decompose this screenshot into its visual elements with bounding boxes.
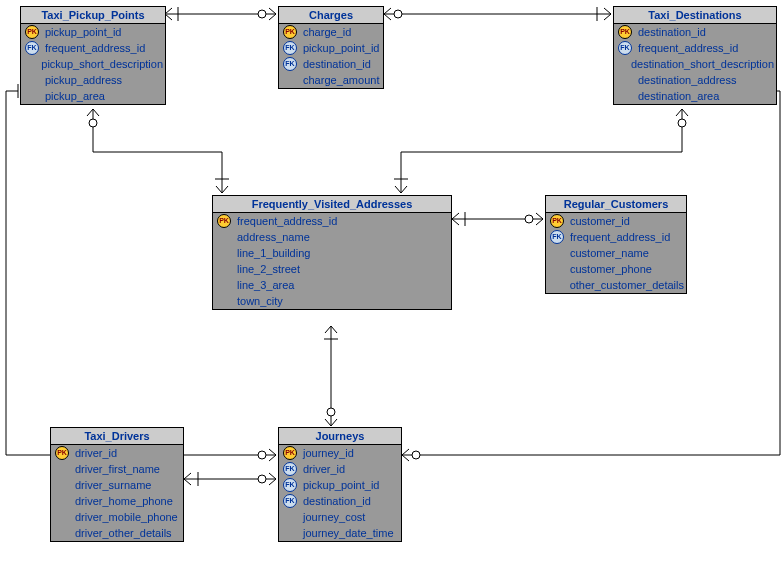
entity-charges: Charges PKcharge_idFKpickup_point_idFKde…: [278, 6, 384, 89]
column-name: customer_name: [566, 247, 649, 259]
column-name: driver_mobile_phone: [71, 511, 178, 523]
pk-icon: PK: [53, 446, 71, 460]
fk-icon: FK: [548, 230, 566, 244]
entity-body: PKdriver_iddriver_first_namedriver_surna…: [51, 445, 183, 541]
column-name: destination_id: [634, 26, 706, 38]
column-name: pickup_point_id: [299, 479, 379, 491]
entity-body: PKpickup_point_idFKfrequent_address_idpi…: [21, 24, 165, 104]
fk-icon: FK: [281, 478, 299, 492]
entity-taxi-drivers: Taxi_Drivers PKdriver_iddriver_first_nam…: [50, 427, 184, 542]
column-row: FKfrequent_address_id: [546, 229, 686, 245]
svg-line-16: [93, 109, 99, 116]
column-row: pickup_short_description: [21, 56, 165, 72]
entity-title: Regular_Customers: [546, 196, 686, 213]
svg-line-21: [222, 186, 228, 193]
svg-line-35: [452, 219, 459, 225]
fk-icon: FK: [23, 41, 41, 55]
column-name: driver_home_phone: [71, 495, 173, 507]
column-row: driver_mobile_phone: [51, 509, 183, 525]
column-row: customer_phone: [546, 261, 686, 277]
svg-line-24: [676, 109, 682, 116]
entity-body: PKcharge_idFKpickup_point_idFKdestinatio…: [279, 24, 383, 88]
column-row: town_city: [213, 293, 451, 309]
fk-icon: FK: [281, 57, 299, 71]
svg-point-26: [678, 119, 686, 127]
column-name: driver_id: [299, 463, 345, 475]
fk-icon: FK: [281, 462, 299, 476]
column-name: destination_address: [634, 74, 736, 86]
svg-line-43: [269, 449, 276, 455]
column-name: town_city: [233, 295, 283, 307]
svg-line-2: [165, 14, 172, 20]
column-row: journey_date_time: [279, 525, 401, 541]
entity-title: Taxi_Drivers: [51, 428, 183, 445]
svg-line-44: [269, 455, 276, 461]
column-name: destination_area: [634, 90, 719, 102]
column-row: line_1_building: [213, 245, 451, 261]
column-name: charge_amount: [299, 74, 379, 86]
pk-icon: PK: [281, 25, 299, 39]
column-name: driver_other_details: [71, 527, 172, 539]
entity-frequently-visited: Frequently_Visited_Addresses PKfrequent_…: [212, 195, 452, 310]
column-row: PKdestination_id: [614, 24, 776, 40]
column-row: FKfrequent_address_id: [614, 40, 776, 56]
entity-body: PKfrequent_address_idaddress_nameline_1_…: [213, 213, 451, 309]
column-name: address_name: [233, 231, 310, 243]
entity-body: PKjourney_idFKdriver_idFKpickup_point_id…: [279, 445, 401, 541]
column-row: other_customer_details: [546, 277, 686, 293]
column-name: journey_date_time: [299, 527, 394, 539]
svg-line-55: [325, 326, 331, 333]
pk-icon: PK: [548, 214, 566, 228]
svg-line-11: [604, 8, 611, 14]
svg-line-56: [331, 326, 337, 333]
column-name: frequent_address_id: [566, 231, 670, 243]
column-name: frequent_address_id: [634, 42, 738, 54]
fk-icon: FK: [281, 494, 299, 508]
entity-title: Charges: [279, 7, 383, 24]
svg-line-8: [384, 8, 391, 14]
column-row: PKdriver_id: [51, 445, 183, 461]
svg-line-64: [269, 473, 276, 479]
column-row: journey_cost: [279, 509, 401, 525]
svg-point-52: [412, 451, 420, 459]
column-row: driver_home_phone: [51, 493, 183, 509]
column-name: charge_id: [299, 26, 351, 38]
entity-title: Journeys: [279, 428, 401, 445]
column-row: charge_amount: [279, 72, 383, 88]
column-name: driver_first_name: [71, 463, 160, 475]
column-name: pickup_address: [41, 74, 122, 86]
column-row: PKcharge_id: [279, 24, 383, 40]
entity-journeys: Journeys PKjourney_idFKdriver_idFKpickup…: [278, 427, 402, 542]
svg-point-6: [258, 10, 266, 18]
pk-icon: PK: [215, 214, 233, 228]
svg-line-12: [604, 14, 611, 20]
column-row: driver_surname: [51, 477, 183, 493]
column-row: line_3_area: [213, 277, 451, 293]
column-row: driver_other_details: [51, 525, 183, 541]
column-row: destination_address: [614, 72, 776, 88]
column-row: PKjourney_id: [279, 445, 401, 461]
svg-point-38: [525, 215, 533, 223]
entity-body: PKdestination_idFKfrequent_address_iddes…: [614, 24, 776, 104]
column-row: FKpickup_point_id: [279, 477, 401, 493]
column-row: address_name: [213, 229, 451, 245]
column-name: journey_id: [299, 447, 354, 459]
column-row: PKfrequent_address_id: [213, 213, 451, 229]
svg-line-20: [216, 186, 222, 193]
column-row: FKpickup_point_id: [279, 40, 383, 56]
svg-line-58: [331, 419, 337, 426]
svg-line-34: [452, 213, 459, 219]
svg-line-36: [536, 213, 543, 219]
column-name: driver_id: [71, 447, 117, 459]
column-name: line_2_street: [233, 263, 300, 275]
pk-icon: PK: [281, 446, 299, 460]
column-row: pickup_address: [21, 72, 165, 88]
svg-line-62: [184, 479, 191, 485]
svg-line-29: [395, 186, 401, 193]
column-name: destination_id: [299, 495, 371, 507]
column-row: destination_area: [614, 88, 776, 104]
column-row: FKdestination_id: [279, 493, 401, 509]
entity-title: Taxi_Destinations: [614, 7, 776, 24]
column-row: PKpickup_point_id: [21, 24, 165, 40]
entity-title: Frequently_Visited_Addresses: [213, 196, 451, 213]
